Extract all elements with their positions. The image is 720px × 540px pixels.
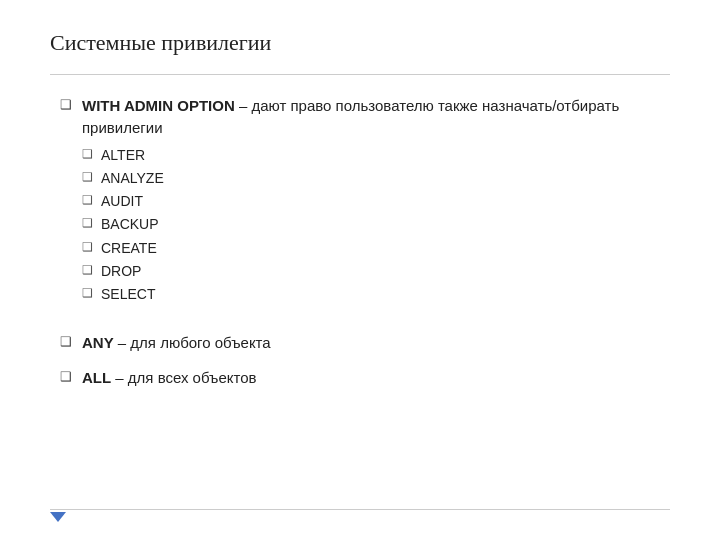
item-content-any: ANY – для любого объекта: [82, 332, 670, 354]
spacer: [60, 322, 670, 332]
any-label: ANY: [82, 334, 114, 351]
sub-list-item-drop: ❑ DROP: [82, 261, 670, 281]
sub-item-label: ANALYZE: [101, 168, 164, 188]
sub-item-label: CREATE: [101, 238, 157, 258]
sub-list-item-audit: ❑ AUDIT: [82, 191, 670, 211]
sub-list-item-select: ❑ SELECT: [82, 284, 670, 304]
any-text: – для любого объекта: [114, 334, 271, 351]
sub-item-label: AUDIT: [101, 191, 143, 211]
with-admin-option-label: WITH ADMIN OPTION: [82, 97, 235, 114]
sub-list-item-create: ❑ CREATE: [82, 238, 670, 258]
slide-title: Системные привилегии: [50, 30, 670, 56]
list-item-any: ❑ ANY – для любого объекта: [60, 332, 670, 354]
content-area: ❑ WITH ADMIN OPTION – дают право пользов…: [50, 95, 670, 389]
sub-bullet-icon: ❑: [82, 169, 93, 186]
sub-list-item-alter: ❑ ALTER: [82, 145, 670, 165]
bullet-icon: ❑: [60, 334, 72, 349]
sub-item-label: SELECT: [101, 284, 155, 304]
sub-list-item-backup: ❑ BACKUP: [82, 214, 670, 234]
bottom-divider: [50, 509, 670, 510]
bottom-triangle-icon: [50, 512, 66, 522]
sub-list: ❑ ALTER ❑ ANALYZE ❑ AUDIT ❑: [82, 145, 670, 305]
sub-bullet-icon: ❑: [82, 285, 93, 302]
list-item-with-admin: ❑ WITH ADMIN OPTION – дают право пользов…: [60, 95, 670, 308]
sub-item-label: BACKUP: [101, 214, 159, 234]
bullet-icon: ❑: [60, 369, 72, 384]
sub-item-label: DROP: [101, 261, 141, 281]
item-content-with-admin: WITH ADMIN OPTION – дают право пользоват…: [82, 95, 670, 308]
main-list: ❑ WITH ADMIN OPTION – дают право пользов…: [60, 95, 670, 389]
bullet-icon: ❑: [60, 97, 72, 112]
item-content-all: ALL – для всех объектов: [82, 367, 670, 389]
sub-item-label: ALTER: [101, 145, 145, 165]
all-text: – для всех объектов: [111, 369, 256, 386]
sub-bullet-icon: ❑: [82, 262, 93, 279]
sub-bullet-icon: ❑: [82, 192, 93, 209]
sub-list-item-analyze: ❑ ANALYZE: [82, 168, 670, 188]
sub-bullet-icon: ❑: [82, 146, 93, 163]
all-label: ALL: [82, 369, 111, 386]
slide: Системные привилегии ❑ WITH ADMIN OPTION…: [0, 0, 720, 540]
sub-bullet-icon: ❑: [82, 239, 93, 256]
sub-bullet-icon: ❑: [82, 215, 93, 232]
list-item-all: ❑ ALL – для всех объектов: [60, 367, 670, 389]
top-divider: [50, 74, 670, 75]
